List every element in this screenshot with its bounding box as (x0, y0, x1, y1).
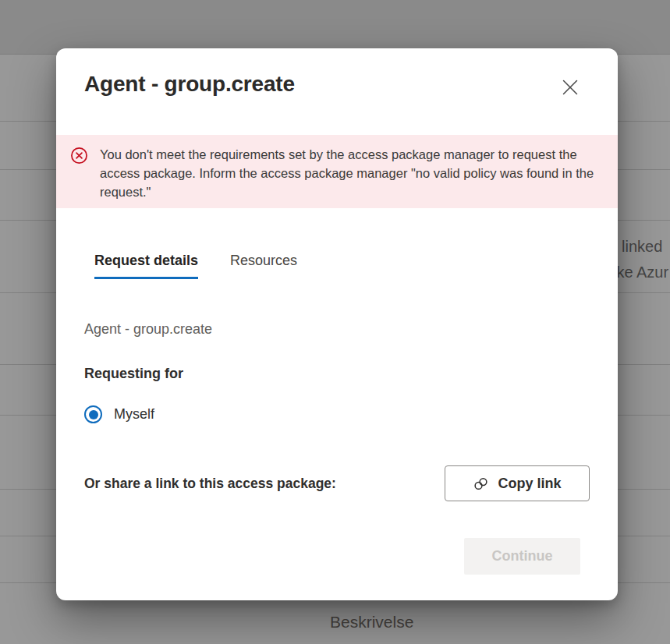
copy-link-label: Copy link (498, 476, 561, 492)
error-message-text: You don't meet the requirements set by t… (100, 145, 594, 201)
background-column-header: Beskrivelse (330, 613, 413, 632)
error-circle-x-icon (70, 147, 88, 165)
access-package-name: Agent - group.create (84, 321, 212, 338)
background-text-line: t linked (613, 234, 668, 260)
share-link-label: Or share a link to this access package: (84, 476, 336, 492)
tab-request-details[interactable]: Request details (94, 251, 198, 279)
dialog-tabs: Request details Resources (94, 251, 297, 279)
radio-option-myself[interactable]: Myself (84, 405, 154, 423)
background-text-line: ike Azur (613, 260, 668, 285)
radio-dot (89, 410, 98, 419)
close-x-icon (560, 77, 580, 97)
dialog-title: Agent - group.create (84, 72, 295, 97)
tab-resources[interactable]: Resources (230, 251, 297, 279)
continue-button[interactable]: Continue (464, 538, 580, 575)
radio-option-label: Myself (114, 406, 154, 423)
access-package-request-dialog: Agent - group.create You don't meet the … (56, 48, 618, 600)
radio-button-selected[interactable] (84, 405, 102, 423)
requesting-for-label: Requesting for (84, 366, 183, 382)
error-message-bar: You don't meet the requirements set by t… (56, 135, 618, 208)
background-header-band (0, 0, 670, 55)
share-link-row: Or share a link to this access package: … (84, 465, 590, 501)
background-text-fragment: t linked ike Azur (613, 234, 668, 285)
link-icon (473, 476, 489, 492)
copy-link-button[interactable]: Copy link (445, 465, 590, 501)
close-button[interactable] (558, 75, 583, 100)
